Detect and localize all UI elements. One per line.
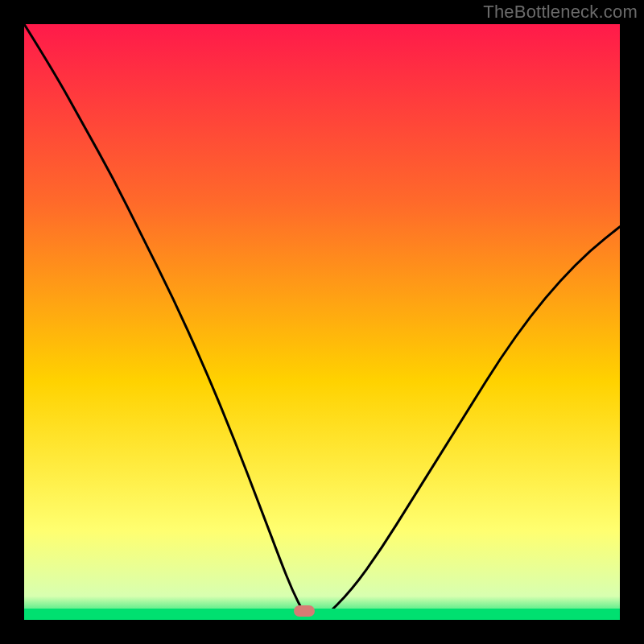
axis-baseline-strip [24, 609, 620, 620]
optimal-point-marker [294, 605, 315, 617]
gradient-plot-svg [24, 24, 620, 620]
plot-area [24, 24, 620, 620]
chart-frame: TheBottleneck.com [0, 0, 644, 644]
gradient-background [24, 24, 620, 620]
watermark-text: TheBottleneck.com [483, 2, 638, 23]
